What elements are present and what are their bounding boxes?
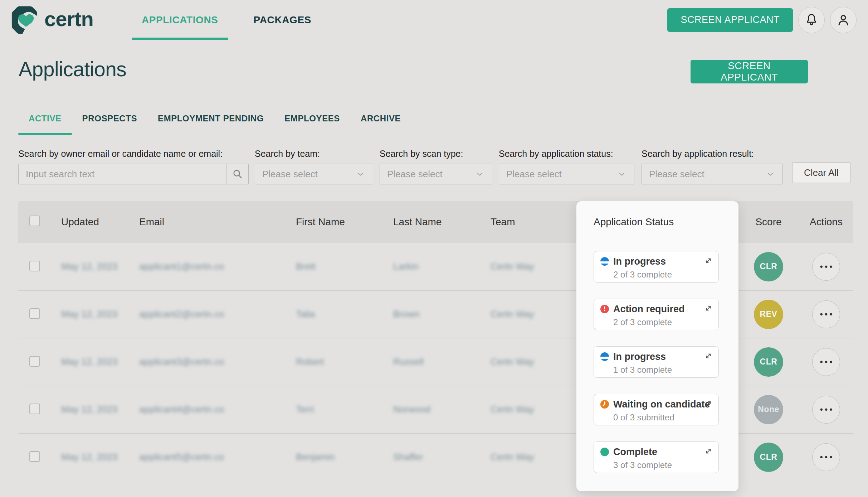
search-icon (231, 168, 244, 180)
first-name-cell-redacted: Brett (296, 261, 393, 272)
column-header-actions[interactable]: Actions (799, 216, 853, 228)
team-cell-redacted: Certn Way (491, 404, 576, 415)
tab-archive[interactable]: ARCHIVE (350, 105, 411, 135)
application-result-filter-label: Search by application result: (642, 149, 783, 159)
column-header-last-name[interactable]: Last Name (393, 216, 491, 228)
row-checkbox[interactable] (29, 404, 40, 414)
notifications-button[interactable] (798, 7, 825, 33)
first-name-cell-redacted: Talia (296, 309, 393, 320)
table-row: May 12, 2023 applicant5@certn.co Benjami… (18, 433, 853, 481)
more-options-icon: ••• (818, 452, 834, 462)
expand-icon[interactable] (704, 447, 713, 456)
last-name-cell-redacted: Larkin (393, 261, 491, 272)
team-select[interactable]: Please select (255, 164, 373, 184)
account-button[interactable] (830, 7, 857, 33)
email-cell-redacted: applicant3@certn.co (139, 356, 296, 367)
score-badge: CLR (754, 443, 783, 472)
row-checkbox[interactable] (29, 308, 40, 319)
application-status-select[interactable]: Please select (499, 164, 634, 184)
tab-prospects[interactable]: PROSPECTS (72, 105, 147, 135)
topbar-actions: SCREEN APPLICANT (667, 7, 857, 33)
status-state-icon (600, 400, 609, 409)
updated-cell-redacted: May 12, 2023 (61, 452, 139, 463)
notifications-bell-icon (804, 13, 819, 28)
application-result-filter-group: Search by application result: Please sel… (642, 149, 783, 184)
row-actions-button[interactable]: ••• (812, 300, 840, 328)
screen-applicant-button-page[interactable]: SCREEN APPLICANT (691, 60, 808, 83)
nav-tab-packages[interactable]: PACKAGES (244, 0, 321, 40)
column-header-application-status[interactable]: Application Status (576, 216, 738, 228)
team-filter-group: Search by team: Please select (255, 149, 373, 184)
search-icon-button[interactable] (226, 164, 248, 184)
table-row: May 12, 2023 applicant1@certn.co Brett L… (18, 243, 853, 290)
expand-icon[interactable] (704, 351, 713, 361)
status-progress-detail: 2 of 3 complete (613, 317, 712, 327)
row-actions-button[interactable]: ••• (812, 253, 840, 281)
search-filter-group: Search by owner email or candidate name … (18, 149, 249, 184)
status-label: Complete (613, 447, 657, 458)
column-header-first-name[interactable]: First Name (296, 216, 393, 228)
expand-icon[interactable] (704, 399, 713, 408)
last-name-cell-redacted: Norwood (393, 404, 491, 415)
row-actions-button[interactable]: ••• (812, 396, 840, 424)
score-badge: REV (754, 300, 783, 329)
screen-applicant-button-top[interactable]: SCREEN APPLICANT (667, 8, 793, 32)
expand-icon[interactable] (704, 256, 713, 265)
application-status-card[interactable]: In progress 1 of 3 complete (594, 346, 719, 378)
score-badge: CLR (754, 347, 783, 377)
application-status-filter-label: Search by application status: (499, 149, 634, 159)
select-all-checkbox[interactable] (29, 216, 40, 226)
scan-type-filter-label: Search by scan type: (380, 149, 492, 159)
row-actions-button[interactable]: ••• (812, 443, 840, 471)
tab-employment-pending[interactable]: EMPLOYMENT PENDING (147, 105, 274, 135)
team-cell-redacted: Certn Way (491, 309, 576, 320)
table-body: May 12, 2023 applicant1@certn.co Brett L… (18, 243, 853, 481)
row-checkbox[interactable] (29, 356, 40, 367)
expand-icon[interactable] (704, 304, 713, 313)
column-header-score[interactable]: Score (738, 216, 799, 228)
application-result-select-placeholder: Please select (649, 169, 704, 180)
table-header-row: Updated Email First Name Last Name Team … (18, 201, 853, 243)
tab-active[interactable]: ACTIVE (18, 105, 72, 135)
application-status-card[interactable]: Complete 3 of 3 complete (594, 441, 719, 473)
email-cell-redacted: applicant2@certn.co (139, 309, 296, 320)
status-state-icon (600, 448, 609, 456)
column-header-email[interactable]: Email (139, 216, 296, 228)
last-name-cell-redacted: Brown (393, 309, 491, 320)
status-progress-detail: 1 of 3 complete (613, 365, 712, 375)
clear-all-button[interactable]: Clear All (792, 162, 850, 183)
application-status-card[interactable]: Waiting on candidate 0 of 3 submitted (594, 394, 719, 425)
more-options-icon: ••• (818, 357, 834, 367)
application-status-card[interactable]: Action required 2 of 3 complete (594, 299, 719, 330)
nav-tab-applications[interactable]: APPLICATIONS (132, 0, 228, 40)
scan-type-filter-group: Search by scan type: Please select (380, 149, 492, 184)
application-status-filter-group: Search by application status: Please sel… (499, 149, 634, 184)
chevron-down-icon (475, 169, 485, 179)
chevron-down-icon (617, 169, 627, 179)
status-state-icon (600, 352, 609, 361)
search-filter-label: Search by owner email or candidate name … (18, 149, 249, 159)
team-cell-redacted: Certn Way (491, 261, 576, 272)
status-label: Action required (613, 304, 685, 315)
application-status-card[interactable]: In progress 2 of 3 complete (594, 251, 719, 283)
column-header-team[interactable]: Team (491, 216, 576, 228)
row-actions-button[interactable]: ••• (812, 348, 840, 376)
column-header-updated[interactable]: Updated (61, 216, 139, 228)
row-checkbox[interactable] (29, 451, 40, 462)
application-result-select[interactable]: Please select (642, 164, 783, 184)
table-row: May 12, 2023 applicant3@certn.co Robert … (18, 338, 853, 386)
scan-type-select[interactable]: Please select (380, 164, 492, 184)
search-input-wrapper (18, 164, 249, 184)
applications-page: certn APPLICATIONS PACKAGES SCREEN APPLI… (0, 0, 868, 497)
first-name-cell-redacted: Robert (296, 356, 393, 367)
application-list-tabs: ACTIVE PROSPECTS EMPLOYMENT PENDING EMPL… (18, 105, 411, 135)
tab-employees[interactable]: EMPLOYEES (274, 105, 350, 135)
certn-logo[interactable]: certn (11, 5, 93, 35)
status-label: In progress (613, 256, 666, 267)
team-cell-redacted: Certn Way (491, 356, 576, 367)
score-badge: None (754, 395, 783, 424)
table-row: May 12, 2023 applicant2@certn.co Talia B… (18, 290, 853, 338)
search-input[interactable] (19, 164, 226, 184)
row-checkbox[interactable] (29, 261, 40, 271)
updated-cell-redacted: May 12, 2023 (61, 356, 139, 367)
